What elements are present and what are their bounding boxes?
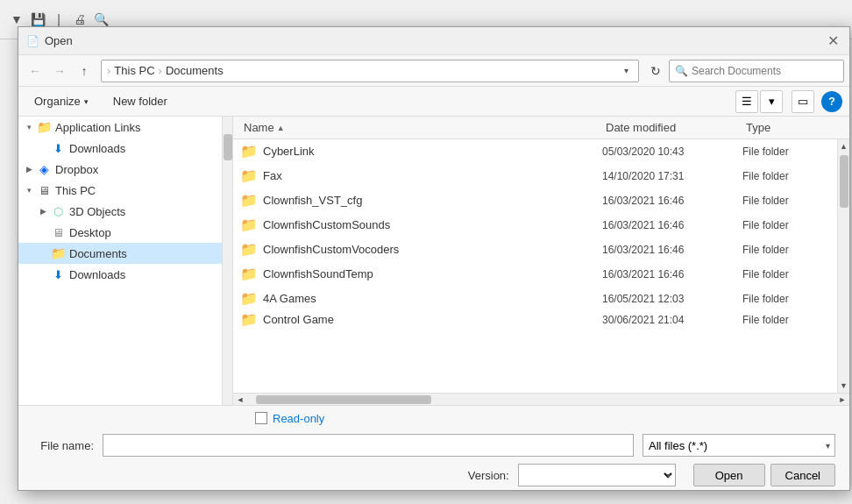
bottom-bar: Read-only File name: All files (*.*) ▾ V…: [18, 405, 849, 490]
file-list-header: Name ▲ Date modified Type: [233, 117, 849, 139]
view-dropdown-button[interactable]: ▾: [760, 90, 783, 113]
folder-icon-2: 📁: [240, 192, 258, 209]
folder-icon-6: 📁: [240, 290, 258, 307]
dropbox-icon: ◈: [36, 161, 52, 177]
back-button[interactable]: ←: [24, 60, 46, 82]
nav-bar: ← → ↑ › This PC › Documents ▾ ↻ 🔍: [18, 55, 849, 87]
expand-icon-this-pc[interactable]: ▾: [22, 183, 36, 197]
scroll-up-button[interactable]: ▲: [838, 139, 849, 153]
address-this-pc[interactable]: This PC: [114, 64, 154, 77]
sort-arrow-icon: ▲: [277, 124, 285, 132]
version-label: Version:: [468, 469, 509, 482]
file-name-3: ClownfishCustomSounds: [263, 218, 602, 231]
readonly-checkbox[interactable]: [255, 412, 267, 424]
table-row[interactable]: 📁 Control Game 30/06/2021 21:04 File fol…: [233, 311, 837, 329]
filename-input[interactable]: [103, 434, 634, 457]
list-view-button[interactable]: ☰: [735, 90, 758, 113]
col-header-name[interactable]: Name ▲: [240, 117, 602, 138]
h-scrollbar[interactable]: ◄ ►: [233, 393, 849, 405]
table-row[interactable]: 📁 ClownfishCustomSounds 16/03/2021 16:46…: [233, 213, 837, 238]
table-row[interactable]: 📁 ClownfishSoundTemp 16/03/2021 16:46 Fi…: [233, 262, 837, 287]
open-button[interactable]: Open: [693, 464, 765, 486]
sidebar-scrollbar[interactable]: [222, 117, 232, 405]
action-buttons: Open Cancel: [693, 464, 835, 486]
sidebar-label-dropbox: Dropbox: [55, 163, 98, 176]
sidebar-item-desktop[interactable]: 🖥 Desktop: [18, 222, 222, 243]
file-icon-1: 📁: [240, 167, 258, 185]
download-icon-downloads: ⬇: [50, 266, 66, 282]
file-type-0: File folder: [742, 146, 830, 158]
table-row[interactable]: 📁 CyberLink 05/03/2020 10:43 File folder: [233, 139, 837, 164]
h-scroll-left-button[interactable]: ◄: [233, 394, 247, 406]
expand-icon-application-links[interactable]: ▾: [22, 120, 36, 134]
version-row: Version: ▾ Open Cancel: [18, 460, 849, 490]
address-documents[interactable]: Documents: [166, 64, 224, 77]
sidebar-item-dropbox[interactable]: ▶ ◈ Dropbox: [18, 159, 222, 180]
table-row[interactable]: 📁 Clownfish_VST_cfg 16/03/2021 16:46 Fil…: [233, 188, 837, 213]
help-button[interactable]: ?: [821, 91, 842, 112]
organize-button[interactable]: Organize ▾: [25, 90, 97, 113]
readonly-label[interactable]: Read-only: [273, 412, 324, 425]
h-scroll-thumb: [256, 395, 431, 404]
table-row[interactable]: 📁 4A Games 16/05/2021 12:03 File folder: [233, 287, 837, 311]
refresh-button[interactable]: ↻: [644, 60, 667, 82]
table-row[interactable]: 📁 Fax 14/10/2020 17:31 File folder: [233, 164, 837, 188]
file-type-3: File folder: [742, 219, 830, 231]
cancel-button[interactable]: Cancel: [770, 464, 835, 486]
sidebar-item-application-links[interactable]: ▾ 📁 Application Links: [18, 117, 222, 138]
folder-icon-3: 📁: [240, 217, 258, 233]
file-name-2: Clownfish_VST_cfg: [263, 194, 602, 207]
file-list-scrollbar[interactable]: ▲ ▼: [837, 139, 849, 393]
pc-icon-this-pc: 🖥: [36, 182, 52, 198]
scroll-down-button[interactable]: ▼: [838, 379, 849, 393]
file-icon-0: 📁: [240, 143, 258, 160]
table-row[interactable]: 📁 ClownfishCustomVocoders 16/03/2021 16:…: [233, 238, 837, 262]
file-date-5: 16/03/2021 16:46: [602, 268, 742, 280]
file-icon-6: 📁: [240, 290, 258, 308]
file-type-1: File folder: [742, 170, 830, 182]
sidebar-item-documents[interactable]: 📁 Documents: [18, 243, 222, 264]
file-name-7: Control Game: [263, 313, 602, 326]
folder-icon-4: 📁: [240, 241, 258, 258]
file-name-5: ClownfishSoundTemp: [263, 267, 602, 280]
col-header-type[interactable]: Type: [742, 117, 830, 138]
file-type-4: File folder: [742, 244, 830, 256]
sidebar-item-this-pc[interactable]: ▾ 🖥 This PC: [18, 180, 222, 201]
up-button[interactable]: ↑: [73, 60, 96, 82]
col-header-date[interactable]: Date modified: [602, 117, 742, 138]
scroll-track: [838, 153, 849, 379]
file-name-4: ClownfishCustomVocoders: [263, 243, 602, 256]
search-icon: 🔍: [675, 65, 688, 77]
organize-label: Organize: [34, 95, 81, 108]
file-name-0: CyberLink: [263, 145, 602, 158]
open-dialog: 📄 Open ✕ ← → ↑ › This PC › Documents ▾ ↻…: [18, 26, 850, 491]
sidebar-label-documents: Documents: [69, 247, 127, 260]
address-bar[interactable]: › This PC › Documents ▾: [101, 60, 639, 82]
sidebar-item-3d-objects[interactable]: ▶ ⬡ 3D Objects: [18, 201, 222, 222]
expand-icon-desktop: [36, 225, 50, 239]
version-select[interactable]: [518, 464, 676, 486]
col-date-label: Date modified: [606, 121, 676, 134]
file-icon-5: 📁: [240, 266, 258, 283]
file-date-1: 14/10/2020 17:31: [602, 170, 742, 182]
address-gt: ›: [107, 64, 110, 77]
toolbar2: Organize ▾ New folder ☰ ▾ ▭ ?: [18, 87, 849, 117]
panel-view-button[interactable]: ▭: [792, 90, 814, 113]
dialog-title: Open: [45, 34, 73, 47]
expand-icon-3d-objects[interactable]: ▶: [36, 204, 50, 218]
close-button[interactable]: ✕: [823, 32, 842, 51]
file-date-0: 05/03/2020 10:43: [602, 146, 742, 158]
search-input[interactable]: [692, 65, 838, 77]
folder-icon-application-links: 📁: [36, 119, 52, 135]
h-scroll-right-button[interactable]: ►: [835, 394, 849, 406]
file-icon-3: 📁: [240, 217, 258, 234]
forward-button[interactable]: →: [48, 60, 71, 82]
address-dropdown-icon[interactable]: ▾: [619, 64, 633, 78]
sidebar-item-downloads[interactable]: ⬇ Downloads: [18, 264, 222, 285]
expand-icon-dropbox[interactable]: ▶: [22, 162, 36, 176]
file-list: Name ▲ Date modified Type �: [233, 117, 849, 405]
sidebar: ▾ 📁 Application Links ⬇ Downloads ▶ ◈ Dr…: [18, 117, 233, 405]
new-folder-button[interactable]: New folder: [104, 90, 176, 113]
filetype-select[interactable]: All files (*.*): [643, 434, 835, 457]
sidebar-item-downloads-sub[interactable]: ⬇ Downloads: [18, 138, 222, 159]
